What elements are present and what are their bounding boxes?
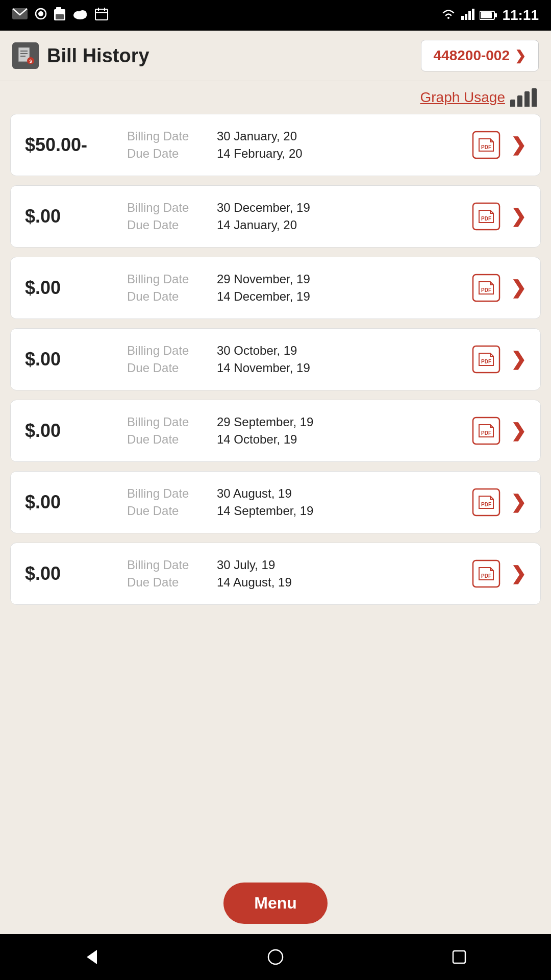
bill-amount: $50.00- [25, 134, 127, 156]
pdf-icon[interactable]: PDF [470, 200, 503, 233]
svg-text:PDF: PDF [481, 144, 491, 150]
bill-item[interactable]: $50.00- Billing Date 30 January, 20 Due … [10, 114, 541, 176]
bill-chevron-icon[interactable]: ❯ [511, 134, 526, 156]
bill-chevron-icon[interactable]: ❯ [511, 349, 526, 370]
gmail-icon [12, 8, 28, 22]
pdf-icon[interactable]: PDF [470, 557, 503, 590]
home-button[interactable] [260, 942, 291, 972]
bill-actions: PDF ❯ [470, 486, 526, 519]
calendar-icon [95, 7, 108, 23]
back-button[interactable] [77, 942, 107, 972]
account-button[interactable]: 448200-002 ❯ [421, 40, 539, 71]
svg-rect-23 [20, 53, 28, 54]
svg-point-2 [38, 11, 43, 16]
status-bar: 11:11 [0, 0, 551, 31]
svg-rect-13 [461, 16, 464, 20]
bill-actions: PDF ❯ [470, 343, 526, 376]
billing-date-label: Billing Date [127, 344, 209, 358]
bill-chevron-icon[interactable]: ❯ [511, 492, 526, 513]
billing-date-label: Billing Date [127, 272, 209, 286]
bill-history-icon: $ [12, 42, 39, 69]
due-date-row: Due Date 14 November, 19 [127, 361, 470, 375]
bill-item[interactable]: $.00 Billing Date 30 July, 19 Due Date 1… [10, 543, 541, 605]
due-date-row: Due Date 14 February, 20 [127, 146, 470, 161]
due-date-row: Due Date 14 December, 19 [127, 289, 470, 304]
due-date-value: 14 October, 19 [217, 432, 297, 447]
svg-rect-19 [495, 13, 497, 17]
bill-actions: PDF ❯ [470, 129, 526, 161]
battery-icon [480, 8, 497, 23]
account-number: 448200-002 [434, 47, 510, 64]
billing-date-row: Billing Date 30 August, 19 [127, 486, 470, 501]
due-date-label: Due Date [127, 504, 209, 518]
bar3 [524, 91, 530, 107]
bill-amount: $.00 [25, 277, 127, 299]
bar4 [532, 88, 537, 107]
signal-icon [461, 8, 474, 23]
page-title: Bill History [47, 45, 149, 67]
billing-date-row: Billing Date 30 October, 19 [127, 344, 470, 358]
pdf-icon[interactable]: PDF [470, 414, 503, 447]
billing-date-label: Billing Date [127, 558, 209, 572]
bill-chevron-icon[interactable]: ❯ [511, 206, 526, 227]
pdf-icon[interactable]: PDF [470, 486, 503, 519]
cloud-icon [72, 8, 88, 22]
status-bar-left [12, 7, 108, 23]
pdf-icon[interactable]: PDF [470, 272, 503, 304]
due-date-label: Due Date [127, 289, 209, 304]
bill-amount: $.00 [25, 563, 127, 584]
bill-actions: PDF ❯ [470, 272, 526, 304]
menu-button-row: Menu [0, 867, 551, 934]
bill-item[interactable]: $.00 Billing Date 30 August, 19 Due Date… [10, 471, 541, 533]
billing-date-label: Billing Date [127, 486, 209, 501]
billing-date-value: 30 August, 19 [217, 486, 292, 501]
bill-dates: Billing Date 30 January, 20 Due Date 14 … [127, 129, 470, 161]
header-left: $ Bill History [12, 42, 149, 69]
svg-text:PDF: PDF [481, 430, 491, 436]
due-date-value: 14 September, 19 [217, 504, 313, 518]
due-date-row: Due Date 14 September, 19 [127, 504, 470, 518]
app-header: $ Bill History 448200-002 ❯ [0, 31, 551, 81]
wifi-icon [441, 8, 456, 23]
bill-amount: $.00 [25, 492, 127, 513]
recents-button[interactable] [444, 942, 474, 972]
bar2 [517, 95, 522, 107]
bill-chevron-icon[interactable]: ❯ [511, 277, 526, 299]
svg-rect-14 [465, 14, 467, 20]
svg-text:$: $ [29, 59, 32, 64]
due-date-label: Due Date [127, 361, 209, 375]
bill-item[interactable]: $.00 Billing Date 30 October, 19 Due Dat… [10, 328, 541, 390]
bill-item[interactable]: $.00 Billing Date 29 September, 19 Due D… [10, 400, 541, 462]
bill-chevron-icon[interactable]: ❯ [511, 563, 526, 584]
bill-actions: PDF ❯ [470, 414, 526, 447]
account-chevron-icon: ❯ [515, 48, 526, 64]
billing-date-row: Billing Date 30 January, 20 [127, 129, 470, 143]
graph-usage-link[interactable]: Graph Usage [420, 89, 505, 106]
billing-date-value: 30 July, 19 [217, 558, 275, 572]
menu-button[interactable]: Menu [223, 883, 328, 924]
bill-dates: Billing Date 29 November, 19 Due Date 14… [127, 272, 470, 304]
svg-point-42 [268, 950, 283, 964]
bill-item[interactable]: $.00 Billing Date 30 December, 19 Due Da… [10, 185, 541, 248]
bill-item[interactable]: $.00 Billing Date 29 November, 19 Due Da… [10, 257, 541, 319]
bill-list: $50.00- Billing Date 30 January, 20 Due … [0, 114, 551, 867]
graph-usage-row: Graph Usage [0, 81, 551, 114]
billing-date-row: Billing Date 29 September, 19 [127, 415, 470, 429]
billing-date-value: 29 September, 19 [217, 415, 313, 429]
billing-date-value: 30 January, 20 [217, 129, 297, 143]
bill-amount: $.00 [25, 206, 127, 227]
bill-dates: Billing Date 30 July, 19 Due Date 14 Aug… [127, 558, 470, 590]
due-date-row: Due Date 14 January, 20 [127, 218, 470, 232]
svg-rect-4 [56, 7, 61, 11]
pdf-icon[interactable]: PDF [470, 129, 503, 161]
due-date-value: 14 November, 19 [217, 361, 310, 375]
bill-chevron-icon[interactable]: ❯ [511, 420, 526, 442]
svg-marker-41 [87, 950, 97, 964]
svg-rect-43 [453, 951, 465, 963]
svg-rect-18 [481, 12, 492, 18]
svg-rect-15 [468, 11, 471, 20]
svg-rect-16 [472, 9, 474, 20]
pdf-icon[interactable]: PDF [470, 343, 503, 376]
bar1 [510, 100, 515, 107]
bill-dates: Billing Date 29 September, 19 Due Date 1… [127, 415, 470, 447]
